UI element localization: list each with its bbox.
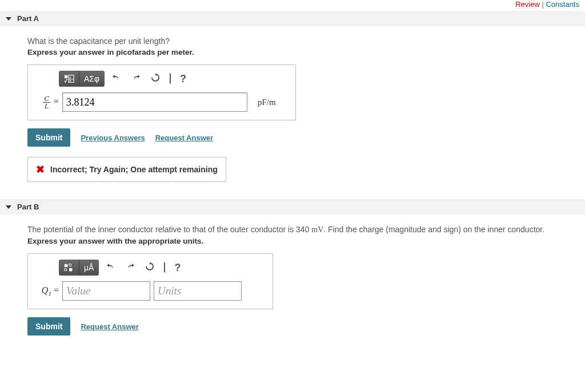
reset-button[interactable] [148, 72, 163, 86]
reset-icon [150, 73, 161, 82]
undo-button[interactable] [103, 261, 118, 274]
part-a-answer-box: xn ΑΣφ ? CL = pF/m [27, 64, 296, 120]
svg-rect-8 [69, 268, 72, 271]
part-a-variable: CL = [36, 95, 59, 109]
part-b-buttons: Submit Request Answer [27, 317, 579, 336]
redo-icon [131, 73, 141, 82]
greek-button[interactable]: ΑΣφ [79, 71, 104, 86]
reset-button[interactable] [142, 261, 157, 274]
part-a-feedback: ✖ Incorrect; Try Again; One attempt rema… [27, 157, 226, 182]
part-b-instruct: Express your answer with the appropriate… [27, 237, 579, 245]
keyboard-icon [170, 73, 171, 84]
redo-icon [125, 262, 135, 271]
keyboard-button[interactable] [162, 261, 167, 274]
reset-icon [145, 262, 155, 271]
undo-button[interactable] [109, 72, 124, 86]
caret-down-icon [6, 205, 11, 209]
caret-down-icon [6, 17, 11, 21]
part-b-header[interactable]: Part B [0, 199, 585, 215]
svg-rect-9 [65, 269, 67, 271]
units-button[interactable]: μÅ [79, 260, 98, 275]
format-group-b: μÅ [59, 260, 99, 276]
part-b-request-answer-link[interactable]: Request Answer [81, 322, 138, 331]
format-group: xn ΑΣφ [59, 71, 105, 87]
separator: | [542, 0, 543, 9]
redo-button[interactable] [129, 72, 143, 86]
svg-rect-7 [69, 264, 71, 266]
templates-icon: xn [64, 74, 74, 83]
part-a-unit: pF/m [258, 98, 276, 107]
help-button[interactable]: ? [172, 261, 183, 275]
undo-icon [111, 73, 122, 82]
keyboard-icon [164, 262, 165, 273]
part-a-buttons: Submit Previous Answers Request Answer [27, 128, 579, 147]
part-a-request-answer-link[interactable]: Request Answer [155, 134, 213, 142]
svg-rect-0 [65, 75, 67, 78]
part-b-question: The potential of the inner conductor rel… [27, 225, 579, 235]
part-b-variable: Q1 = [36, 285, 59, 297]
part-a-title: Part A [17, 14, 39, 23]
review-link[interactable]: Review [515, 0, 540, 9]
part-a-prev-answers-link[interactable]: Previous Answers [81, 134, 145, 142]
svg-text:n: n [69, 79, 71, 83]
part-b-value-input[interactable]: Value [62, 281, 150, 301]
help-button[interactable]: ? [178, 72, 189, 86]
templates-button[interactable] [59, 260, 79, 275]
part-b-title: Part B [17, 203, 39, 211]
incorrect-icon: ✖ [36, 163, 45, 176]
redo-button[interactable] [123, 261, 138, 274]
part-a-question: What is the capacitance per unit length? [27, 37, 579, 46]
part-b-submit-button[interactable]: Submit [27, 317, 70, 336]
part-b-answer-row: Q1 = Value Units [36, 281, 265, 301]
part-a-instruct: Express your answer in picofarads per me… [27, 48, 579, 56]
part-a-answer-row: CL = pF/m [36, 92, 287, 112]
part-b-body: The potential of the inner conductor rel… [0, 215, 585, 341]
part-b-answer-box: μÅ ? Q1 = Value Units [27, 253, 273, 309]
part-a-submit-button[interactable]: Submit [27, 128, 70, 147]
keyboard-button[interactable] [167, 72, 173, 85]
constants-link[interactable]: Constants [546, 0, 579, 9]
part-a-body: What is the capacitance per unit length?… [0, 26, 585, 188]
part-b-toolbar: μÅ ? [59, 260, 265, 276]
templates-icon [64, 263, 74, 272]
part-b-units-input[interactable]: Units [154, 281, 242, 301]
part-a-header[interactable]: Part A [0, 11, 585, 26]
part-a-toolbar: xn ΑΣφ ? [59, 71, 287, 87]
feedback-text: Incorrect; Try Again; One attempt remain… [50, 165, 218, 174]
templates-button[interactable]: xn [59, 71, 79, 86]
undo-icon [106, 262, 116, 271]
top-links: Review | Constants [0, 0, 585, 9]
part-a-value-input[interactable] [62, 92, 247, 112]
svg-rect-6 [65, 264, 67, 267]
